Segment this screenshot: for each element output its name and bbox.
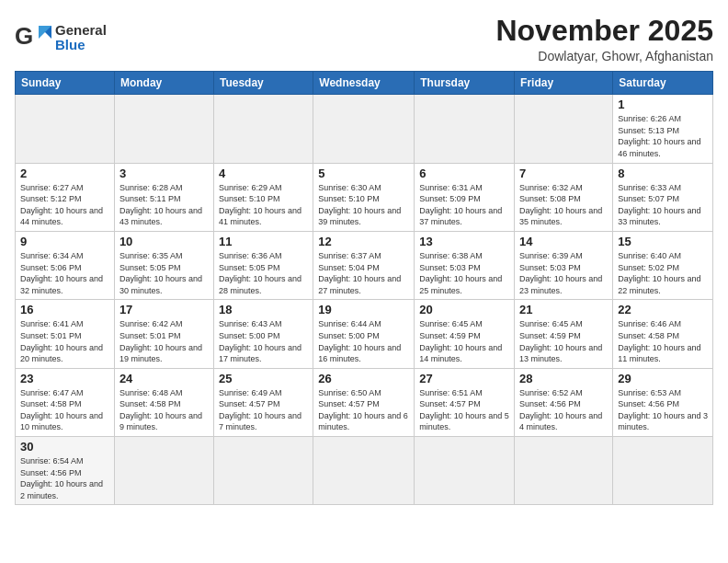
day-9: 9 Sunrise: 6:34 AMSunset: 5:06 PMDayligh… [16,231,115,299]
week-row-1: 1 Sunrise: 6:26 AM Sunset: 5:13 PM Dayli… [16,95,713,163]
logo-icon: G [15,18,53,57]
day-15: 15 Sunrise: 6:40 AMSunset: 5:02 PMDaylig… [613,231,713,299]
week-row-6: 30 Sunrise: 6:54 AMSunset: 4:56 PMDaylig… [16,437,713,505]
day-12: 12 Sunrise: 6:37 AMSunset: 5:04 PMDaylig… [313,231,415,299]
week-row-4: 16 Sunrise: 6:41 AMSunset: 5:01 PMDaylig… [16,300,713,368]
day-10: 10 Sunrise: 6:35 AMSunset: 5:05 PMDaylig… [114,231,213,299]
logo-blue: Blue [55,38,107,53]
day-empty [213,95,313,163]
day-22: 22 Sunrise: 6:46 AMSunset: 4:58 PMDaylig… [613,300,713,368]
day-20: 20 Sunrise: 6:45 AMSunset: 4:59 PMDaylig… [415,300,515,368]
day-3: 3 Sunrise: 6:28 AMSunset: 5:11 PMDayligh… [114,163,213,231]
day-empty [515,437,613,505]
day-24: 24 Sunrise: 6:48 AMSunset: 4:58 PMDaylig… [114,368,213,436]
day-empty [313,95,415,163]
header-sunday: Sunday [16,72,115,95]
day-empty [114,437,213,505]
day-30: 30 Sunrise: 6:54 AMSunset: 4:56 PMDaylig… [16,437,115,505]
day-16: 16 Sunrise: 6:41 AMSunset: 5:01 PMDaylig… [16,300,115,368]
day-17: 17 Sunrise: 6:42 AMSunset: 5:01 PMDaylig… [114,300,213,368]
header-saturday: Saturday [613,72,713,95]
calendar-title: November 2025 [495,15,713,47]
header-wednesday: Wednesday [313,72,415,95]
svg-text:G: G [15,22,33,50]
logo: G General Blue [15,18,107,57]
day-empty [114,95,213,163]
day-26: 26 Sunrise: 6:50 AMSunset: 4:57 PMDaylig… [313,368,415,436]
week-row-2: 2 Sunrise: 6:27 AMSunset: 5:12 PMDayligh… [16,163,713,231]
day-5: 5 Sunrise: 6:30 AMSunset: 5:10 PMDayligh… [313,163,415,231]
day-6: 6 Sunrise: 6:31 AMSunset: 5:09 PMDayligh… [415,163,515,231]
calendar-subtitle: Dowlatyar, Ghowr, Afghanistan [495,49,713,63]
day-25: 25 Sunrise: 6:49 AMSunset: 4:57 PMDaylig… [213,368,313,436]
day-21: 21 Sunrise: 6:45 AMSunset: 4:59 PMDaylig… [515,300,613,368]
header-tuesday: Tuesday [213,72,313,95]
calendar-table: Sunday Monday Tuesday Wednesday Thursday… [15,71,713,505]
day-empty [415,437,515,505]
page: G General Blue November 2025 Dowlatyar, … [0,0,728,514]
day-23: 23 Sunrise: 6:47 AMSunset: 4:58 PMDaylig… [16,368,115,436]
day-27: 27 Sunrise: 6:51 AMSunset: 4:57 PMDaylig… [415,368,515,436]
day-8: 8 Sunrise: 6:33 AMSunset: 5:07 PMDayligh… [613,163,713,231]
header-monday: Monday [114,72,213,95]
day-empty [415,95,515,163]
day-4: 4 Sunrise: 6:29 AMSunset: 5:10 PMDayligh… [213,163,313,231]
day-empty [213,437,313,505]
logo-text: General [55,23,107,39]
weekday-header-row: Sunday Monday Tuesday Wednesday Thursday… [16,72,713,95]
day-29: 29 Sunrise: 6:53 AMSunset: 4:56 PMDaylig… [613,368,713,436]
title-block: November 2025 Dowlatyar, Ghowr, Afghanis… [495,15,713,63]
week-row-5: 23 Sunrise: 6:47 AMSunset: 4:58 PMDaylig… [16,368,713,436]
header: G General Blue November 2025 Dowlatyar, … [15,15,713,63]
day-1: 1 Sunrise: 6:26 AM Sunset: 5:13 PM Dayli… [613,95,713,163]
header-friday: Friday [515,72,613,95]
day-2: 2 Sunrise: 6:27 AMSunset: 5:12 PMDayligh… [16,163,115,231]
header-thursday: Thursday [415,72,515,95]
day-18: 18 Sunrise: 6:43 AMSunset: 5:00 PMDaylig… [213,300,313,368]
day-13: 13 Sunrise: 6:38 AMSunset: 5:03 PMDaylig… [415,231,515,299]
day-19: 19 Sunrise: 6:44 AMSunset: 5:00 PMDaylig… [313,300,415,368]
day-empty [515,95,613,163]
day-empty [313,437,415,505]
day-28: 28 Sunrise: 6:52 AMSunset: 4:56 PMDaylig… [515,368,613,436]
day-11: 11 Sunrise: 6:36 AMSunset: 5:05 PMDaylig… [213,231,313,299]
day-7: 7 Sunrise: 6:32 AMSunset: 5:08 PMDayligh… [515,163,613,231]
day-empty [613,437,713,505]
week-row-3: 9 Sunrise: 6:34 AMSunset: 5:06 PMDayligh… [16,231,713,299]
day-14: 14 Sunrise: 6:39 AMSunset: 5:03 PMDaylig… [515,231,613,299]
day-empty [16,95,115,163]
